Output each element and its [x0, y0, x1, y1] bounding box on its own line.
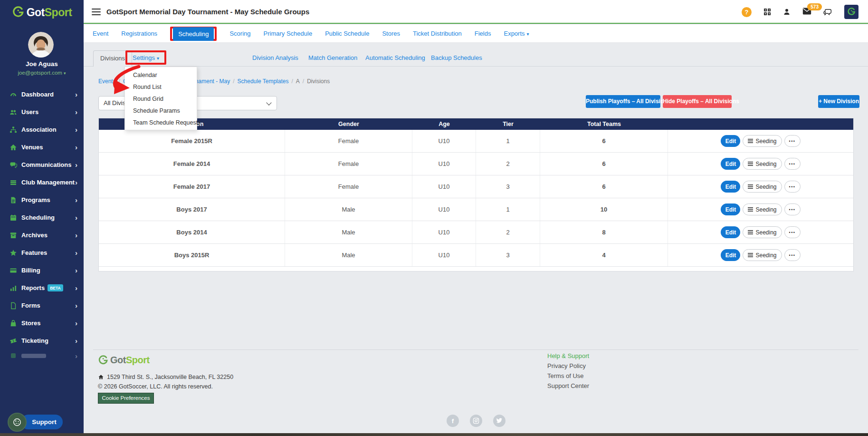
sidebar-item-reports[interactable]: Reports BETA › — [0, 279, 84, 297]
sidebar-item-archives[interactable]: Archives› — [0, 226, 84, 244]
settings-dropdown-menu: Calendar Round List Round Grid Schedule … — [124, 67, 197, 130]
sidebar-item-billing[interactable]: Billing› — [0, 262, 84, 279]
subtab-match-generation[interactable]: Match Generation — [308, 54, 357, 61]
edit-button[interactable]: Edit — [721, 181, 740, 193]
users-icon — [10, 108, 17, 116]
sidebar-item-features[interactable]: Features› — [0, 244, 84, 262]
tab-scheduling[interactable]: Scheduling — [173, 27, 214, 41]
sidebar-item-dashboard[interactable]: Dashboard› — [0, 86, 84, 103]
edit-button[interactable]: Edit — [721, 203, 740, 215]
star-icon — [10, 249, 17, 257]
twitter-icon[interactable] — [493, 415, 506, 427]
tab-scoring[interactable]: Scoring — [229, 30, 250, 37]
page-title: GotSport Memorial Day Tournament - May S… — [106, 0, 309, 24]
seeding-button[interactable]: Seeding — [743, 135, 782, 147]
cell-total-teams: 8 — [540, 221, 668, 243]
footer-link-help-support[interactable]: Help & Support — [547, 352, 589, 359]
facebook-icon[interactable]: f — [447, 415, 459, 427]
seeding-button[interactable]: Seeding — [743, 158, 782, 170]
tab-ticket-distribution[interactable]: Ticket Distribution — [413, 30, 462, 37]
sidebar-item-forms[interactable]: Forms› — [0, 297, 84, 314]
user-email-menu[interactable]: joe@gotsport.com ▾ — [0, 70, 84, 76]
tab-event[interactable]: Event — [93, 30, 108, 37]
document-lines-icon — [10, 196, 17, 204]
instagram-icon[interactable] — [470, 415, 482, 427]
cookie-preferences-button[interactable]: Cookie Preferences — [98, 393, 154, 404]
cell-total-teams: 6 — [540, 130, 668, 152]
new-division-button[interactable]: + New Division — [818, 95, 859, 108]
beta-badge: BETA — [48, 284, 63, 291]
more-actions-button[interactable]: ••• — [784, 203, 801, 215]
sidebar-item-scheduling[interactable]: Scheduling› — [0, 209, 84, 226]
table-row: Boys 2014 Male U10 2 8 Edit Seeding ••• — [99, 221, 853, 244]
footer-link-privacy-policy[interactable]: Privacy Policy — [547, 362, 589, 369]
tab-registrations[interactable]: Registrations — [121, 30, 157, 37]
tab-exports[interactable]: Exports — [504, 30, 529, 37]
cell-tier: 3 — [476, 244, 540, 266]
messages-icon[interactable]: 573 — [802, 8, 811, 17]
avatar[interactable] — [28, 32, 54, 58]
user-icon[interactable] — [783, 8, 791, 16]
more-actions-button[interactable]: ••• — [784, 158, 801, 170]
event-nav-tabs: Event Registrations Scheduling Scoring P… — [84, 25, 868, 43]
gotsport-logo[interactable]: GotSport — [0, 0, 84, 25]
sidebar-item-venues[interactable]: Venues› — [0, 138, 84, 156]
more-actions-button[interactable]: ••• — [784, 249, 801, 261]
credit-card-icon — [10, 267, 17, 274]
tab-public-schedule[interactable]: Public Schedule — [325, 30, 369, 37]
breadcrumb-schedule-templates[interactable]: Schedule Templates — [238, 78, 289, 85]
footer-link-terms-of-use[interactable]: Terms of Use — [547, 372, 589, 379]
subtab-backup-schedules[interactable]: Backup Schedules — [431, 54, 482, 61]
sidebar-item-club-management[interactable]: Club Management› — [0, 174, 84, 191]
footer-logo: GotSport — [98, 355, 150, 366]
tab-fields[interactable]: Fields — [475, 30, 491, 37]
chat-icon[interactable] — [823, 8, 832, 16]
more-actions-button[interactable]: ••• — [784, 135, 801, 147]
seeding-button[interactable]: Seeding — [743, 249, 782, 261]
app-tile-logo[interactable] — [844, 5, 858, 19]
seeding-button[interactable]: Seeding — [743, 181, 782, 193]
subtab-division-analysis[interactable]: Division Analysis — [252, 54, 298, 61]
sidebar-item-partial[interactable]: › — [0, 349, 84, 362]
sidebar-item-communications[interactable]: Communications› — [0, 156, 84, 174]
edit-button[interactable]: Edit — [721, 158, 740, 170]
footer-link-support-center[interactable]: Support Center — [547, 382, 589, 389]
main-content: Event Registrations Scheduling Scoring P… — [84, 25, 868, 436]
hamburger-menu-icon[interactable] — [92, 9, 101, 17]
sidebar-item-association[interactable]: Association› — [0, 121, 84, 138]
sidebar-item-programs[interactable]: Programs› — [0, 191, 84, 209]
subtab-automatic-scheduling[interactable]: Automatic Scheduling — [365, 54, 425, 61]
edit-button[interactable]: Edit — [721, 135, 740, 147]
help-icon[interactable]: ? — [742, 7, 752, 17]
menu-item-team-schedule-requests[interactable]: Team Schedule Requests — [125, 117, 197, 129]
menu-item-round-list[interactable]: Round List — [125, 81, 197, 93]
more-actions-button[interactable]: ••• — [784, 226, 801, 238]
menu-item-calendar[interactable]: Calendar — [125, 69, 197, 81]
qr-grid-icon[interactable] — [763, 8, 771, 16]
seeding-button[interactable]: Seeding — [743, 203, 782, 215]
cookie-settings-button[interactable] — [8, 413, 27, 432]
sidebar-item-ticketing[interactable]: Ticketing› — [0, 332, 84, 349]
edit-button[interactable]: Edit — [721, 249, 740, 261]
support-button[interactable]: Support — [21, 415, 63, 429]
tab-stores[interactable]: Stores — [382, 30, 400, 37]
cell-gender: Male — [285, 221, 412, 243]
seeding-button[interactable]: Seeding — [743, 226, 782, 238]
more-actions-button[interactable]: ••• — [784, 181, 801, 193]
tab-primary-schedule[interactable]: Primary Schedule — [264, 30, 313, 37]
sidebar-item-stores[interactable]: Stores› — [0, 314, 84, 332]
cell-total-teams: 6 — [540, 175, 668, 198]
edit-button[interactable]: Edit — [721, 226, 740, 238]
chevron-right-icon: › — [75, 232, 77, 239]
chevron-right-icon: › — [75, 126, 77, 133]
table-row: Female 2015R Female U10 1 6 Edit Seeding… — [99, 130, 853, 153]
publish-playoffs-button[interactable]: Publish Playoffs – All Divisions — [586, 95, 660, 108]
sidebar-item-users[interactable]: Users› — [0, 103, 84, 121]
hide-playoffs-button[interactable]: Hide Playoffs – All Divisions — [663, 95, 732, 108]
menu-item-schedule-params[interactable]: Schedule Params — [125, 105, 197, 117]
chevron-right-icon: › — [75, 144, 77, 151]
menu-item-round-grid[interactable]: Round Grid — [125, 93, 197, 105]
chevron-right-icon: › — [75, 352, 77, 359]
subtab-settings-dropdown[interactable]: Settings — [128, 52, 163, 64]
breadcrumb-events[interactable]: Events — [98, 78, 116, 85]
